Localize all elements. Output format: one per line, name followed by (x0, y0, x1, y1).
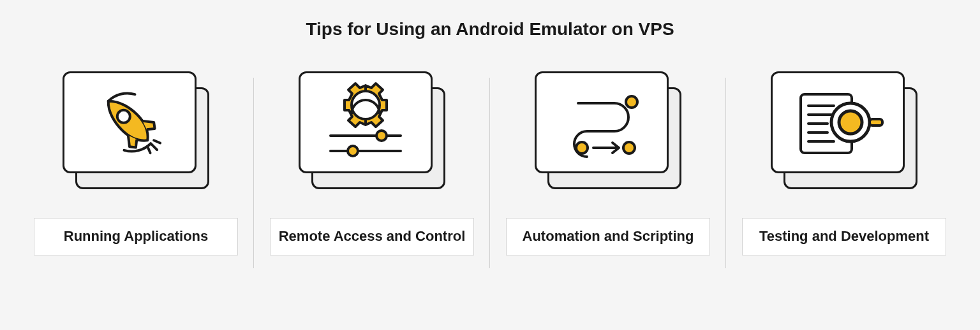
icon-panel (63, 71, 209, 192)
icon-panel (299, 71, 445, 192)
svg-point-10 (623, 142, 635, 154)
sliders-gear-icon (318, 81, 413, 164)
panel-front (63, 71, 197, 173)
svg-point-7 (348, 146, 358, 156)
panel-front (771, 71, 905, 173)
panel-front (299, 71, 433, 173)
icon-panel (771, 71, 917, 192)
card-running-applications: Running Applications (18, 71, 254, 255)
panel-front (535, 71, 669, 173)
svg-line-2 (152, 145, 157, 150)
svg-rect-20 (870, 119, 882, 126)
card-remote-access: Remote Access and Control (254, 71, 490, 255)
svg-point-9 (576, 142, 588, 154)
page-title: Tips for Using an Android Emulator on VP… (306, 19, 674, 39)
icon-panel (535, 71, 681, 192)
svg-point-8 (626, 96, 637, 108)
card-label: Automation and Scripting (506, 218, 710, 255)
flow-path-icon (554, 84, 650, 161)
card-label: Remote Access and Control (270, 218, 474, 255)
card-automation: Automation and Scripting (490, 71, 726, 255)
svg-line-1 (145, 147, 152, 153)
cards-row: Running Applications (0, 71, 980, 255)
rocket-icon (88, 81, 171, 164)
card-label: Running Applications (34, 218, 238, 255)
svg-point-19 (839, 111, 862, 134)
svg-point-5 (376, 131, 387, 141)
card-label: Testing and Development (742, 218, 946, 255)
card-testing: Testing and Development (726, 71, 962, 255)
svg-line-3 (154, 138, 160, 145)
magnifier-document-icon (787, 84, 889, 161)
